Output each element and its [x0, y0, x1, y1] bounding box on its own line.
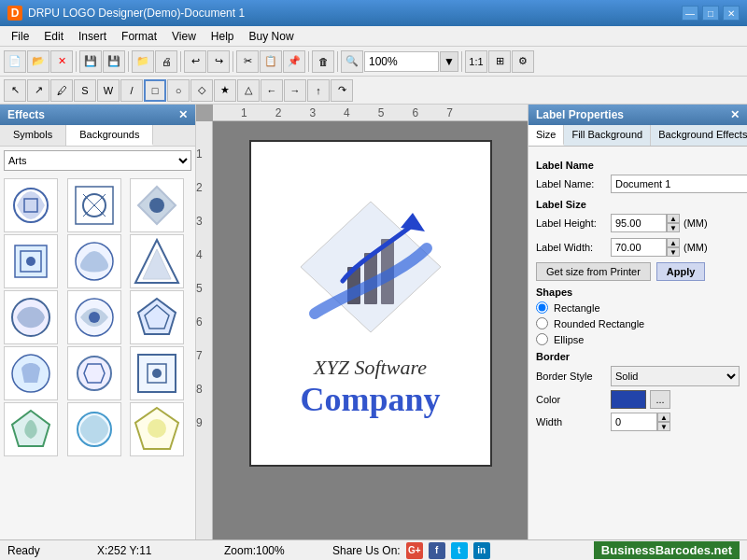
paste-button[interactable]: 📌: [283, 50, 305, 73]
effect-item-6[interactable]: [130, 234, 184, 288]
copy-button[interactable]: 📋: [260, 50, 282, 73]
zoom-100-button[interactable]: 1:1: [465, 50, 487, 73]
cut-button[interactable]: ✂: [236, 50, 259, 73]
open-folder-button[interactable]: 📁: [132, 50, 154, 73]
label-height-input[interactable]: [611, 214, 667, 232]
zoom-in-button[interactable]: 🔍: [341, 50, 363, 73]
effect-item-1[interactable]: [4, 178, 58, 232]
color-swatch[interactable]: [611, 390, 646, 409]
tool-arrow-r[interactable]: →: [284, 79, 306, 102]
menu-insert[interactable]: Insert: [71, 28, 114, 45]
shape-rectangle-radio[interactable]: [536, 301, 548, 314]
border-width-down-button[interactable]: ▼: [657, 422, 670, 431]
grid-button[interactable]: ⊞: [488, 50, 511, 73]
shape-ellipse-row: Ellipse: [536, 333, 740, 345]
maximize-button[interactable]: □: [702, 6, 719, 21]
twitter-icon[interactable]: t: [451, 542, 468, 559]
tool6[interactable]: /: [120, 79, 143, 102]
effect-item-3[interactable]: [130, 178, 184, 232]
width-up-button[interactable]: ▲: [667, 238, 680, 247]
tool-arrow-up[interactable]: ↑: [307, 79, 330, 102]
brand-text: BusinessBarcodes.net: [594, 541, 740, 559]
facebook-icon[interactable]: f: [429, 542, 445, 559]
tool5[interactable]: W: [97, 79, 120, 102]
section-label-name: Label Name: [536, 160, 740, 171]
tool-arrow-l[interactable]: ←: [261, 79, 283, 102]
tool3[interactable]: 🖊: [50, 79, 73, 102]
label-height-label: Label Height:: [536, 217, 611, 229]
zoom-input[interactable]: [364, 51, 439, 72]
tool-circle[interactable]: ○: [167, 79, 190, 102]
apply-button[interactable]: Apply: [656, 262, 706, 281]
get-size-from-printer-button[interactable]: Get size from Printer: [536, 262, 651, 281]
delete-button[interactable]: 🗑: [312, 50, 334, 73]
tool-diamond[interactable]: ◇: [190, 79, 213, 102]
effects-close-button[interactable]: ✕: [178, 108, 188, 121]
tab-fill-background[interactable]: Fill Background: [564, 125, 651, 146]
close-button[interactable]: ✕: [723, 6, 740, 21]
effect-item-7[interactable]: [4, 290, 58, 344]
height-up-button[interactable]: ▲: [667, 214, 680, 223]
effect-item-13[interactable]: [4, 402, 58, 456]
effects-category-dropdown[interactable]: Arts Nature Business: [4, 150, 191, 171]
effect-item-4[interactable]: [4, 234, 58, 288]
label-name-input[interactable]: [611, 175, 747, 193]
print-button[interactable]: 🖨: [155, 50, 177, 73]
effect-item-12[interactable]: [130, 346, 184, 400]
tab-backgrounds[interactable]: Backgrounds: [66, 125, 153, 146]
shape-rounded-radio[interactable]: [536, 317, 548, 329]
undo-button[interactable]: ↩: [184, 50, 206, 73]
tool1[interactable]: ↖: [4, 79, 26, 102]
menu-buynow[interactable]: Buy Now: [242, 28, 302, 45]
settings-button[interactable]: ⚙: [512, 50, 534, 73]
effect-item-15[interactable]: [130, 402, 184, 456]
effect-item-8[interactable]: [67, 290, 121, 344]
new-button[interactable]: 📄: [4, 50, 26, 73]
label-width-input[interactable]: [611, 238, 667, 257]
menu-file[interactable]: File: [4, 28, 36, 45]
canvas-content: XYZ Software Company: [213, 121, 528, 539]
effects-grid: [0, 175, 195, 460]
category-select[interactable]: Arts Nature Business: [4, 150, 191, 171]
tool-tri[interactable]: △: [237, 79, 260, 102]
linkedin-icon[interactable]: in: [473, 542, 490, 559]
title-bar: D DRPU LOGO Designer(Demo)-Document 1 — …: [0, 0, 747, 26]
shape-ellipse-radio[interactable]: [536, 333, 548, 345]
tab-symbols[interactable]: Symbols: [0, 125, 66, 146]
tab-size[interactable]: Size: [529, 125, 564, 146]
zoom-dropdown-button[interactable]: ▼: [440, 51, 458, 72]
close-doc-button[interactable]: ✕: [50, 50, 73, 73]
status-coords: X:252 Y:11: [97, 544, 209, 557]
effect-item-2[interactable]: [67, 178, 121, 232]
width-down-button[interactable]: ▼: [667, 247, 680, 257]
save-button[interactable]: 💾: [79, 50, 102, 73]
effect-item-14[interactable]: [67, 402, 121, 456]
effect-item-9[interactable]: [130, 290, 184, 344]
tool4[interactable]: S: [74, 79, 96, 102]
menu-view[interactable]: View: [164, 28, 204, 45]
tab-background-effects[interactable]: Background Effects: [651, 125, 747, 146]
effect-item-10[interactable]: [4, 346, 58, 400]
save-all-button[interactable]: 💾: [103, 50, 125, 73]
menu-edit[interactable]: Edit: [36, 28, 71, 45]
tool2[interactable]: ↗: [27, 79, 49, 102]
document-canvas: XYZ Software Company: [249, 140, 492, 467]
effect-item-11[interactable]: [67, 346, 121, 400]
color-picker-button[interactable]: ...: [650, 390, 670, 409]
border-width-input[interactable]: [611, 413, 657, 431]
props-close-button[interactable]: ✕: [730, 108, 740, 121]
minimize-button[interactable]: —: [682, 6, 698, 21]
border-width-up-button[interactable]: ▲: [657, 413, 670, 422]
tool-star[interactable]: ★: [214, 79, 236, 102]
effect-item-5[interactable]: [67, 234, 121, 288]
menu-help[interactable]: Help: [204, 28, 242, 45]
redo-button[interactable]: ↪: [207, 50, 230, 73]
tool-rect[interactable]: □: [144, 79, 166, 102]
open-button[interactable]: 📂: [27, 50, 49, 73]
menu-format[interactable]: Format: [114, 28, 164, 45]
border-style-select[interactable]: Solid Dashed Dotted None: [611, 366, 740, 386]
height-down-button[interactable]: ▼: [667, 223, 680, 232]
toolbar-1: 📄 📂 ✕ 💾 💾 📁 🖨 ↩ ↪ ✂ 📋 📌 🗑 🔍 ▼ 1:1 ⊞ ⚙: [0, 47, 747, 77]
google-plus-icon[interactable]: G+: [406, 542, 423, 559]
tool-curved[interactable]: ↷: [331, 79, 353, 102]
